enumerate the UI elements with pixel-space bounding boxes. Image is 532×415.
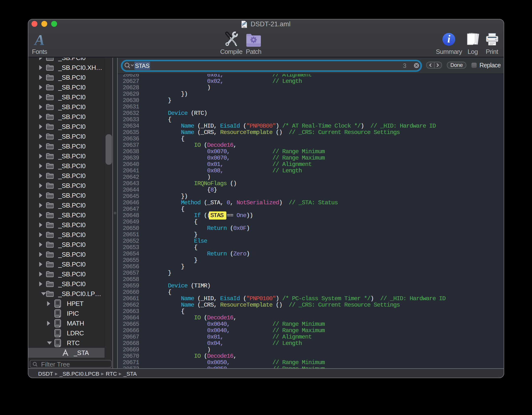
svg-text:AML: AML xyxy=(243,26,246,28)
